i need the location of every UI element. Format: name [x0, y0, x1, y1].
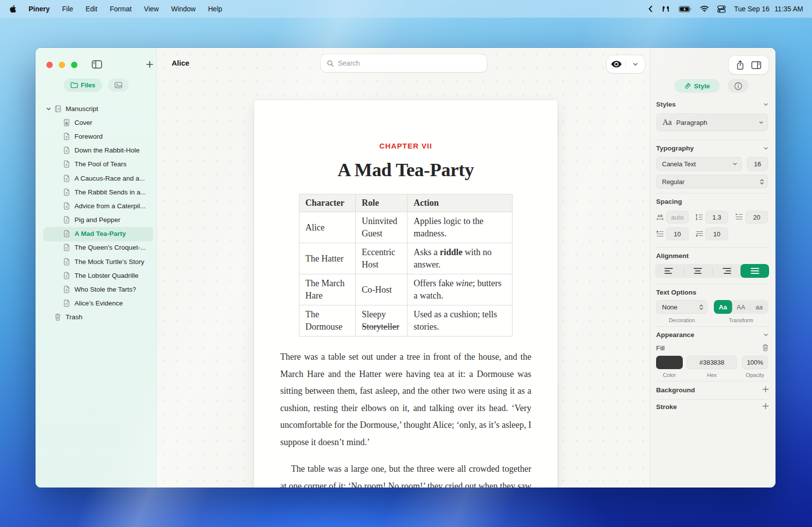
sidebar-toggle-icon[interactable]	[92, 60, 102, 71]
chevron-down-icon	[733, 161, 741, 166]
paragraph-style-dropdown[interactable]: Aa Paragraph	[656, 113, 768, 131]
apple-menu-icon[interactable]	[9, 4, 16, 13]
doc-icon	[63, 202, 71, 210]
sidebar-item-alice-s-evidence[interactable]: Alice’s Evidence	[43, 297, 153, 310]
background-label: Background	[656, 386, 695, 394]
menu-window[interactable]: Window	[171, 5, 196, 13]
transform-lowercase-button[interactable]: aa	[750, 300, 768, 314]
menu-file[interactable]: File	[62, 5, 74, 13]
document-page[interactable]: CHAPTER VII A Mad Tea-Party CharacterRol…	[254, 100, 557, 488]
font-size-field[interactable]: 16	[747, 157, 768, 171]
sidebar: Files AManuscriptCoverForewordDown the R…	[36, 48, 157, 488]
align-left-button[interactable]	[655, 264, 684, 278]
sidebar-item-advice-from-a-caterpil[interactable]: Advice from a Caterpil...	[43, 199, 153, 213]
table-cell: Applies logic to the madness.	[407, 212, 513, 243]
add-stroke-icon[interactable]	[762, 403, 769, 410]
char-spacing-field[interactable]: auto	[666, 211, 689, 224]
align-right-button[interactable]	[712, 264, 741, 278]
text-options-label: Text Options	[656, 289, 697, 296]
paintbrush-icon	[684, 82, 691, 89]
page-title: A Mad Tea-Party	[280, 159, 531, 181]
spacing-label: Spacing	[656, 198, 682, 205]
zoom-window-button[interactable]	[71, 62, 77, 68]
fill-color-swatch[interactable]	[656, 356, 683, 369]
paragraph-spacing-field[interactable]: 20	[745, 211, 768, 224]
menu-edit[interactable]: Edit	[85, 5, 97, 13]
search-icon	[327, 60, 334, 67]
decoration-dropdown[interactable]: None	[656, 300, 707, 314]
delete-fill-icon[interactable]	[762, 344, 769, 351]
search-bar[interactable]	[321, 54, 487, 72]
tab-style[interactable]: Style	[674, 79, 720, 93]
font-weight-stepper[interactable]: Regular	[656, 175, 768, 188]
add-background-icon[interactable]	[762, 386, 769, 393]
first-line-indent-icon	[656, 230, 664, 238]
chevron-down-icon[interactable]	[46, 106, 54, 112]
sidebar-item-a-mad-tea-party[interactable]: A Mad Tea-Party	[43, 227, 153, 241]
minimize-window-button[interactable]	[59, 62, 65, 68]
sidebar-item-the-queen-s-croquet[interactable]: The Queen’s Croquet-...	[43, 241, 153, 255]
battery-icon[interactable]	[679, 6, 692, 12]
doc-icon	[63, 230, 71, 237]
fill-opacity-field[interactable]: 100%	[742, 356, 768, 369]
fill-hex-field[interactable]: #383838	[687, 356, 737, 369]
menu-help[interactable]: Help	[208, 5, 222, 13]
section-appearance[interactable]: Appearance	[656, 331, 769, 339]
sidebar-item-label: The Rabbit Sends in a...	[74, 188, 146, 196]
menu-app-name[interactable]: Pinery	[29, 5, 50, 13]
tab-info[interactable]	[728, 79, 748, 93]
media-tab[interactable]	[108, 78, 129, 92]
image-icon	[114, 82, 122, 88]
control-center-icon[interactable]	[717, 5, 726, 13]
close-window-button[interactable]	[46, 62, 53, 68]
sidebar-item-label: A Caucus-Race and a...	[74, 175, 145, 182]
chevron-left-icon[interactable]	[648, 5, 653, 12]
panel-toggle-icon[interactable]	[751, 61, 761, 69]
font-family-dropdown[interactable]: Canela Text	[656, 157, 742, 171]
search-input[interactable]	[338, 59, 481, 67]
section-styles[interactable]: Styles	[656, 101, 769, 108]
sidebar-item-down-the-rabbit-hole[interactable]: Down the Rabbit-Hole	[43, 144, 153, 157]
align-center-button[interactable]	[684, 264, 712, 278]
menu-clock[interactable]: Tue Sep 16 11:35 AM	[734, 5, 803, 13]
menu-view[interactable]: View	[144, 5, 159, 13]
files-tab[interactable]: Files	[64, 78, 103, 92]
sidebar-item-the-mock-turtle-s-story[interactable]: The Mock Turtle’s Story	[43, 255, 153, 268]
doc-icon	[63, 147, 71, 154]
sidebar-item-the-rabbit-sends-in-a[interactable]: The Rabbit Sends in a...	[43, 185, 153, 199]
paragraph-spacing-icon	[735, 213, 743, 221]
sidebar-item-the-pool-of-tears[interactable]: The Pool of Tears	[43, 157, 153, 171]
table-body: AliceUninvited GuestApplies logic to the…	[299, 212, 513, 337]
sidebar-item-manuscript[interactable]: AManuscript	[43, 102, 153, 115]
section-typography[interactable]: Typography	[656, 145, 769, 152]
add-item-button[interactable]	[146, 61, 153, 70]
table-row: AliceUninvited GuestApplies logic to the…	[299, 212, 513, 243]
chevron-down-icon	[759, 120, 768, 125]
wifi-icon[interactable]	[700, 5, 709, 12]
chapter-label: CHAPTER VII	[280, 142, 531, 150]
indent-right-field[interactable]: 10	[705, 227, 728, 240]
sidebar-item-who-stole-the-tarts[interactable]: Who Stole the Tarts?	[43, 282, 153, 296]
share-icon[interactable]	[736, 60, 744, 70]
doc-icon	[63, 272, 71, 279]
align-justify-button[interactable]	[740, 264, 769, 278]
Aa-glyph: Aa	[663, 118, 672, 127]
svg-text:AB: AB	[658, 214, 663, 218]
sidebar-item-foreword[interactable]: Foreword	[43, 129, 153, 143]
sidebar-item-cover[interactable]: Cover	[43, 115, 153, 129]
app-window: Files AManuscriptCoverForewordDown the R…	[36, 48, 775, 488]
line-height-field[interactable]: 1.3	[705, 211, 728, 224]
airpods-icon[interactable]	[661, 5, 670, 12]
sidebar-item-the-lobster-quadrille[interactable]: The Lobster Quadrille	[43, 268, 153, 282]
table-row: The HatterEccentric HostAsks a riddle wi…	[299, 243, 513, 274]
menu-format[interactable]: Format	[110, 5, 132, 13]
preview-dropdown-button[interactable]	[626, 61, 645, 67]
doc-icon	[63, 216, 71, 224]
preview-eye-button[interactable]	[607, 60, 626, 68]
indent-left-field[interactable]: 10	[666, 227, 689, 240]
sidebar-item-pig-and-pepper[interactable]: Pig and Pepper	[43, 213, 153, 227]
sidebar-item-a-caucus-race-and-a[interactable]: A Caucus-Race and a...	[43, 171, 153, 185]
sidebar-item-trash[interactable]: Trash	[43, 310, 153, 324]
transform-uppercase-button[interactable]: AA	[732, 300, 750, 314]
transform-capitalize-button[interactable]: Aa	[714, 300, 732, 314]
